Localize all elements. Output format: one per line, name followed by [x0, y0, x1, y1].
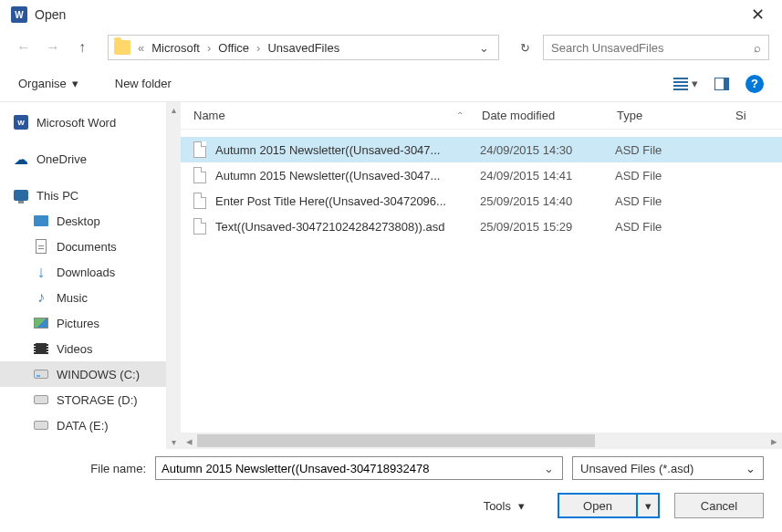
filename-label: File name:	[18, 462, 146, 475]
sidebar-item-label: Desktop	[57, 214, 100, 228]
refresh-button[interactable]: ↻	[514, 37, 536, 58]
scroll-right-icon[interactable]: ▸	[766, 433, 782, 449]
music-icon: ♪	[33, 290, 49, 305]
file-icon	[193, 193, 206, 209]
drive-icon	[33, 392, 49, 407]
sidebar-item[interactable]: Documents	[0, 234, 181, 259]
column-name[interactable]: Name ⌃	[193, 109, 482, 122]
word-app-icon: W	[11, 6, 27, 23]
sidebar-item[interactable]: WINDOWS (C:)	[0, 361, 181, 387]
file-icon	[193, 141, 206, 158]
file-name: Enter Post Title Here((Unsaved-30472096.…	[215, 194, 480, 208]
preview-pane-icon	[714, 78, 729, 90]
toolbar: Organise ▾ New folder ▾ ?	[0, 66, 782, 102]
scroll-down-icon[interactable]: ▾	[166, 434, 181, 449]
view-button[interactable]: ▾	[673, 77, 698, 90]
open-button[interactable]: Open ▾	[558, 493, 660, 518]
breadcrumb-dropdown[interactable]: ⌄	[475, 41, 493, 55]
chevron-right-icon: ›	[205, 41, 213, 55]
sidebar-item-label: Documents	[57, 240, 117, 254]
breadcrumb[interactable]: « Microsoft › Office › UnsavedFiles ⌄	[108, 35, 499, 60]
column-name-label: Name	[193, 109, 225, 122]
organise-button[interactable]: Organise ▾	[18, 77, 78, 90]
sidebar-item[interactable]: ♪Music	[0, 285, 181, 310]
word-icon: W	[13, 115, 29, 130]
file-row[interactable]: Text((Unsaved-304721024284273808)).asd25…	[181, 214, 782, 239]
folder-icon	[114, 40, 130, 55]
titlebar: W Open ✕	[0, 0, 782, 29]
breadcrumb-item[interactable]: UnsavedFiles	[266, 41, 341, 55]
sidebar-item[interactable]: WMicrosoft Word	[0, 110, 181, 135]
open-label: Open	[559, 499, 636, 513]
scroll-left-icon[interactable]: ◂	[181, 433, 197, 449]
file-name: Autumn 2015 Newsletter((Unsaved-3047...	[215, 169, 480, 183]
chevron-down-icon[interactable]: ⌄	[540, 462, 557, 475]
scroll-up-icon[interactable]: ▴	[166, 102, 181, 117]
file-date: 24/09/2015 14:30	[480, 143, 615, 157]
filter-label: Unsaved Files (*.asd)	[580, 462, 746, 475]
sidebar-item[interactable]: DATA (E:)	[0, 412, 181, 438]
footer: File name: ⌄ Unsaved Files (*.asd) ⌄ Too…	[0, 449, 782, 531]
column-size[interactable]: Si	[735, 109, 782, 122]
file-icon	[193, 167, 206, 183]
nav-bar: ← → ↑ « Microsoft › Office › UnsavedFile…	[0, 29, 782, 66]
pic-icon	[33, 316, 49, 330]
doc-icon	[33, 239, 49, 254]
file-type: ASD File	[615, 169, 734, 183]
sidebar-scrollbar[interactable]: ▴ ▾	[166, 102, 181, 449]
breadcrumb-prefix: «	[136, 41, 146, 55]
sidebar-item[interactable]: Videos	[0, 336, 181, 361]
sidebar-item-label: Videos	[57, 342, 93, 356]
help-button[interactable]: ?	[746, 75, 764, 93]
sidebar-item-label: Microsoft Word	[36, 116, 116, 130]
filename-field[interactable]: ⌄	[155, 456, 563, 480]
sidebar: ▴ ▾ WMicrosoft Word☁OneDriveThis PCDeskt…	[0, 102, 181, 449]
open-dropdown[interactable]: ▾	[636, 495, 658, 516]
sidebar-item-label: Downloads	[57, 266, 115, 279]
sidebar-item[interactable]: ☁OneDrive	[0, 146, 181, 172]
file-row[interactable]: Autumn 2015 Newsletter((Unsaved-3047...2…	[181, 162, 782, 188]
sidebar-item-label: Pictures	[57, 317, 99, 330]
scroll-thumb[interactable]	[197, 434, 595, 447]
file-date: 24/09/2015 14:41	[480, 169, 615, 183]
file-row[interactable]: Enter Post Title Here((Unsaved-30472096.…	[181, 188, 782, 214]
up-button[interactable]: ↑	[71, 37, 93, 58]
cloud-icon: ☁	[13, 151, 29, 166]
breadcrumb-item[interactable]: Office	[216, 41, 251, 55]
back-button[interactable]: ←	[13, 37, 35, 58]
sidebar-item[interactable]: Desktop	[0, 208, 181, 234]
file-name: Text((Unsaved-304721024284273808)).asd	[215, 220, 480, 234]
chevron-down-icon: ▾	[692, 77, 698, 90]
filename-input[interactable]	[162, 462, 540, 475]
file-list: Name ⌃ Date modified Type Si Autumn 2015…	[181, 102, 782, 449]
column-headers: Name ⌃ Date modified Type Si	[181, 102, 782, 130]
desktop-icon	[33, 214, 49, 228]
column-date[interactable]: Date modified	[482, 109, 617, 122]
download-icon: ↓	[33, 265, 49, 279]
tools-button[interactable]: Tools ▾	[484, 499, 525, 513]
sidebar-item[interactable]: Pictures	[0, 310, 181, 336]
search-box[interactable]: ⌕	[543, 35, 769, 60]
column-type[interactable]: Type	[617, 109, 735, 122]
horizontal-scrollbar[interactable]: ◂ ▸	[181, 433, 782, 449]
file-date: 25/09/2015 14:40	[480, 194, 615, 208]
breadcrumb-item[interactable]: Microsoft	[150, 41, 202, 55]
sidebar-item[interactable]: This PC	[0, 183, 181, 208]
search-icon[interactable]: ⌕	[754, 41, 761, 55]
file-type-filter[interactable]: Unsaved Files (*.asd) ⌄	[572, 456, 764, 480]
file-date: 25/09/2015 15:29	[480, 220, 615, 234]
drive-c-icon	[33, 367, 49, 381]
new-folder-button[interactable]: New folder	[115, 77, 172, 90]
preview-pane-button[interactable]	[714, 78, 729, 90]
drive-icon	[33, 418, 49, 433]
sidebar-item[interactable]: ↓Downloads	[0, 259, 181, 285]
file-name: Autumn 2015 Newsletter((Unsaved-3047...	[215, 143, 480, 157]
cancel-button[interactable]: Cancel	[674, 493, 764, 518]
file-type: ASD File	[615, 220, 734, 234]
chevron-down-icon: ▾	[518, 499, 525, 513]
file-row[interactable]: Autumn 2015 Newsletter((Unsaved-3047...2…	[181, 137, 782, 162]
search-input[interactable]	[551, 41, 754, 55]
close-button[interactable]: ✕	[744, 1, 771, 28]
sidebar-item[interactable]: STORAGE (D:)	[0, 387, 181, 412]
forward-button[interactable]: →	[42, 37, 64, 58]
